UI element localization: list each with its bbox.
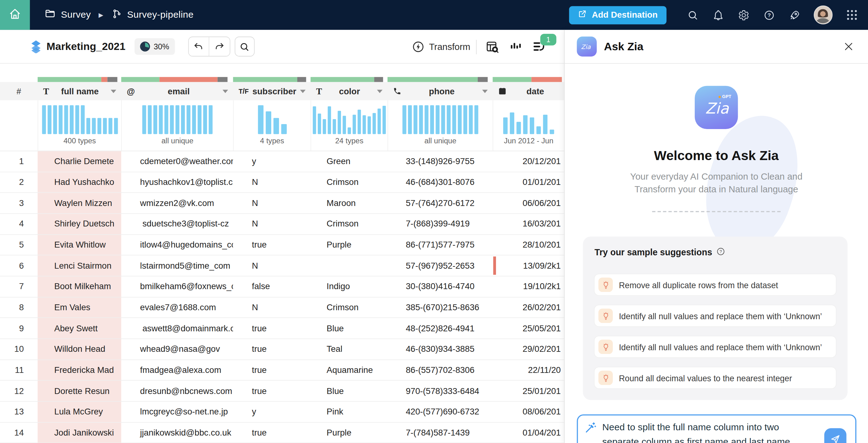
breadcrumb-pipeline[interactable]: Survey-pipeline <box>111 8 193 22</box>
cell-date[interactable]: 01/04/201 <box>493 422 564 443</box>
whats-new-rocket-icon[interactable] <box>788 9 800 21</box>
settings-gear-icon[interactable] <box>738 9 750 21</box>
cell-color[interactable]: Purple <box>311 422 388 443</box>
cell-fullname[interactable]: Waylen Mizzen <box>37 193 121 213</box>
applied-steps-icon[interactable]: 1 <box>531 39 546 54</box>
cell-email[interactable]: bmilkeham6@foxnews_co <box>121 276 233 297</box>
dataset-title[interactable]: Marketing_2021 <box>46 40 126 53</box>
cell-date[interactable]: 25/01/201 <box>493 381 564 401</box>
table-search-button[interactable] <box>235 37 254 56</box>
app-grid-menu-icon[interactable] <box>846 9 858 21</box>
cell-subscriber[interactable]: N <box>233 256 311 276</box>
cell-date[interactable]: 13/09/2k1 <box>493 256 564 276</box>
cell-subscriber[interactable]: N <box>233 193 311 213</box>
cell-email[interactable]: jjanikowskid@bbc.co.uk <box>121 422 233 443</box>
cell-fullname[interactable]: Fredericka Mad <box>37 360 121 380</box>
cell-color[interactable]: Blue <box>311 318 388 338</box>
cell-subscriber[interactable]: true <box>233 339 311 359</box>
cell-email[interactable]: evales7@1688.com <box>121 297 233 317</box>
cell-phone[interactable]: 86-(557)702-8306 <box>388 360 493 380</box>
column-menu-caret-icon[interactable] <box>300 89 306 93</box>
cell-email[interactable]: sduetsche3@toplist-cz <box>121 214 233 234</box>
cell-fullname[interactable]: Evita Whitlow <box>37 235 121 255</box>
suggestions-help-icon[interactable]: ? <box>716 247 725 258</box>
close-icon[interactable] <box>841 39 856 54</box>
cell-phone[interactable]: 385-(670)215-8636 <box>388 297 493 317</box>
cell-phone[interactable]: 970-(578)333-6484 <box>388 381 493 401</box>
quality-bar-phone[interactable] <box>388 77 493 82</box>
cell-color[interactable]: Pink <box>311 402 388 422</box>
column-header-color[interactable]: Tcolor <box>311 82 388 100</box>
cell-color[interactable]: Teal <box>311 339 388 359</box>
cell-subscriber[interactable]: y <box>233 402 311 422</box>
cell-date[interactable]: 25/05/201 <box>493 318 564 338</box>
cell-date[interactable]: 28/10/201 <box>493 235 564 255</box>
cell-email[interactable]: whead9@nasa@gov <box>121 339 233 359</box>
cell-fullname[interactable]: Abey Swett <box>37 318 121 338</box>
column-header-date[interactable]: date <box>493 82 564 100</box>
suggestion-item[interactable]: Remove all duplicate rows from the datas… <box>595 274 836 295</box>
cell-phone[interactable]: 46-(684)301-8076 <box>388 172 493 193</box>
cell-email[interactable]: dresunb@nbcnews.com <box>121 381 233 401</box>
cell-date[interactable]: 16/03/201 <box>493 214 564 234</box>
cell-date[interactable]: 01/01/201 <box>493 172 564 193</box>
cell-subscriber[interactable]: N <box>233 297 311 317</box>
send-button[interactable] <box>824 428 846 443</box>
cell-fullname[interactable]: Boot Milkeham <box>37 276 121 297</box>
cell-phone[interactable]: 86-(771)577-7975 <box>388 235 493 255</box>
cell-color[interactable]: Aquamarine <box>311 360 388 380</box>
cell-email[interactable]: cdemeter0@weather.com <box>121 151 233 171</box>
cell-fullname[interactable]: Had Yushachko <box>37 172 121 193</box>
breadcrumb-project[interactable]: Survey <box>44 8 91 22</box>
quality-bar-email[interactable] <box>121 77 233 82</box>
transform-button[interactable]: Transform <box>412 40 471 53</box>
cell-subscriber[interactable]: true <box>233 235 311 255</box>
cell-date[interactable]: 06/06/201 <box>493 193 564 213</box>
column-stats-icon[interactable] <box>508 39 522 54</box>
cell-email[interactable]: lstairmond5@time_com <box>121 256 233 276</box>
undo-button[interactable] <box>188 37 209 56</box>
cell-fullname[interactable]: Jodi Janikowski <box>37 422 121 443</box>
cell-fullname[interactable]: Em Vales <box>37 297 121 317</box>
cell-subscriber[interactable]: false <box>233 276 311 297</box>
column-menu-caret-icon[interactable] <box>111 89 116 93</box>
cell-phone[interactable]: 48-(252)826-4941 <box>388 318 493 338</box>
cell-email[interactable]: fmadgea@alexa.com <box>121 360 233 380</box>
search-icon[interactable] <box>686 9 699 21</box>
column-header-fullname[interactable]: Tfull name <box>37 82 121 100</box>
cell-subscriber[interactable]: y <box>233 151 311 171</box>
help-icon[interactable]: ? <box>763 9 775 21</box>
cell-color[interactable]: Crimson <box>311 172 388 193</box>
quality-bar-color[interactable] <box>311 77 388 82</box>
column-menu-caret-icon[interactable] <box>482 89 488 93</box>
cell-phone[interactable]: 420-(577)690-6732 <box>388 402 493 422</box>
column-menu-caret-icon[interactable] <box>223 89 228 93</box>
quality-bar-subscriber[interactable] <box>233 77 311 82</box>
cell-phone[interactable]: 57-(764)270-6172 <box>388 193 493 213</box>
preview-table-icon[interactable] <box>485 39 499 54</box>
cell-date[interactable]: 29/02/201 <box>493 339 564 359</box>
home-button[interactable] <box>0 0 30 30</box>
cell-color[interactable]: Maroon <box>311 193 388 213</box>
cell-color[interactable]: Crimson <box>311 297 388 317</box>
cell-date[interactable]: 19/10/2k1 <box>493 276 564 297</box>
suggestion-item[interactable]: Identify all null values and replace the… <box>595 336 836 357</box>
cell-email[interactable]: itlow4@hugedomains_com <box>121 235 233 255</box>
cell-phone[interactable]: 57-(967)952-2653 <box>388 256 493 276</box>
cell-subscriber[interactable]: true <box>233 360 311 380</box>
quality-bar-fullname[interactable] <box>37 77 121 82</box>
column-header-email[interactable]: @email <box>121 82 233 100</box>
cell-date[interactable]: 08/06/201 <box>493 402 564 422</box>
ask-zia-input-value[interactable]: Need to split the full name column into … <box>602 420 806 443</box>
data-quality-pill[interactable]: 30% <box>134 38 175 55</box>
redo-button[interactable] <box>209 37 229 56</box>
cell-email[interactable]: wmizzen2@vk.com <box>121 193 233 213</box>
cell-subscriber[interactable]: N <box>233 214 311 234</box>
quality-bar-date[interactable] <box>493 77 564 82</box>
cell-color[interactable] <box>311 256 388 276</box>
cell-email[interactable]: hyushachkov1@toplist.cz <box>121 172 233 193</box>
cell-email[interactable]: aswett8@domainmark.com <box>121 318 233 338</box>
user-avatar[interactable] <box>814 6 833 25</box>
cell-phone[interactable]: 33-(148)926-9755 <box>388 151 493 171</box>
cell-color[interactable]: Purple <box>311 235 388 255</box>
